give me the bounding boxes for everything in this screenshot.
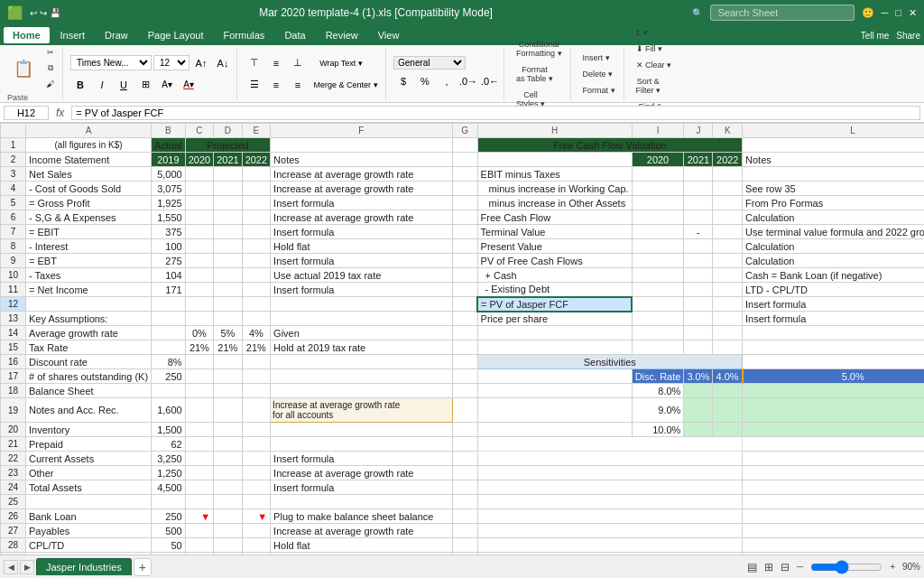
col-a-header[interactable]: A bbox=[26, 124, 152, 138]
cell-l17[interactable]: 5.0% bbox=[743, 369, 924, 384]
cell-a3[interactable]: Net Sales bbox=[26, 167, 152, 182]
cell-a6[interactable]: - S,G & A Expenses bbox=[26, 210, 152, 225]
cell-b4[interactable]: 3,075 bbox=[152, 182, 186, 196]
cell-f10[interactable]: Use actual 2019 tax rate bbox=[271, 268, 452, 283]
cell-h9[interactable]: PV of Free Cash Flows bbox=[477, 254, 632, 268]
tab-review[interactable]: Review bbox=[317, 27, 367, 43]
cell-d2[interactable]: 2021 bbox=[214, 153, 242, 167]
cell-b29[interactable]: 450 bbox=[152, 553, 186, 555]
percent-btn[interactable]: % bbox=[415, 71, 435, 91]
cell-a10[interactable]: - Taxes bbox=[26, 268, 152, 283]
cell-c14[interactable]: 0% bbox=[185, 326, 213, 340]
cell-h7[interactable]: Terminal Value bbox=[477, 225, 632, 239]
cell-b22[interactable]: 3,250 bbox=[152, 452, 186, 466]
align-top-btn[interactable]: ⊤ bbox=[245, 53, 264, 73]
cell-b26[interactable]: 250 bbox=[152, 509, 186, 524]
cell-l8[interactable]: Calculation bbox=[743, 239, 924, 254]
cell-f2[interactable]: Notes bbox=[271, 153, 452, 167]
tab-formulas[interactable]: Formulas bbox=[215, 27, 274, 43]
tell-me[interactable]: Tell me bbox=[861, 31, 890, 41]
tab-draw[interactable]: Draw bbox=[96, 27, 137, 43]
tab-view[interactable]: View bbox=[369, 27, 409, 43]
align-bottom-btn[interactable]: ⊥ bbox=[288, 53, 308, 73]
cell-c2[interactable]: 2020 bbox=[185, 153, 213, 167]
tab-home[interactable]: Home bbox=[4, 27, 50, 43]
cell-f9[interactable]: Insert formula bbox=[271, 254, 452, 268]
cell-f3[interactable]: Increase at average growth rate bbox=[271, 167, 452, 182]
cell-b19[interactable]: 1,600 bbox=[152, 398, 186, 423]
cell-d15[interactable]: 21% bbox=[214, 340, 242, 355]
sort-filter-btn[interactable]: Sort &Filter ▾ bbox=[632, 74, 666, 98]
font-size-select[interactable]: 12 bbox=[153, 55, 189, 70]
delete-btn[interactable]: Delete ▾ bbox=[578, 67, 618, 81]
col-c-header[interactable]: C bbox=[185, 124, 213, 138]
conditional-formatting-btn[interactable]: ConditionalFormatting ▾ bbox=[512, 37, 567, 61]
tab-prev-btn[interactable]: ◀ bbox=[4, 560, 18, 574]
dec-decrease-btn[interactable]: .0← bbox=[480, 71, 500, 91]
cell-j7[interactable]: - bbox=[684, 225, 713, 239]
cell-a19[interactable]: Notes and Acc. Rec. bbox=[26, 398, 152, 423]
cell-b5[interactable]: 1,925 bbox=[152, 196, 186, 210]
cell-e2[interactable]: 2022 bbox=[242, 153, 270, 167]
cell-a20[interactable]: Inventory bbox=[26, 423, 152, 437]
cell-b3[interactable]: 5,000 bbox=[152, 167, 186, 182]
cell-l9[interactable]: Calculation bbox=[743, 254, 924, 268]
cell-a23[interactable]: Other bbox=[26, 466, 152, 480]
cell-f29[interactable]: Increase at average growth rate bbox=[271, 553, 452, 555]
font-color-btn[interactable]: A▾ bbox=[179, 75, 199, 95]
cell-a22[interactable]: Current Assets bbox=[26, 452, 152, 466]
align-right-btn[interactable]: ≡ bbox=[288, 75, 308, 95]
cell-a1[interactable]: (all figures in K$) bbox=[26, 138, 152, 153]
cell-f19-note[interactable]: Increase at average growth ratefor all a… bbox=[271, 398, 452, 423]
formula-input[interactable] bbox=[71, 106, 920, 120]
cell-l12[interactable]: Insert formula bbox=[743, 297, 924, 312]
col-d-header[interactable]: D bbox=[214, 124, 242, 138]
cell-f22[interactable]: Insert formula bbox=[271, 452, 452, 466]
cell-f23[interactable]: Increase at average growth rate bbox=[271, 466, 452, 480]
col-g-header[interactable]: G bbox=[452, 124, 477, 138]
paste-btn[interactable]: 📋 bbox=[7, 56, 40, 81]
cell-h6[interactable]: Free Cash Flow bbox=[477, 210, 632, 225]
cell-f8[interactable]: Hold flat bbox=[271, 239, 452, 254]
sheet-area[interactable]: A B C D E F G H I J K L M N O P Q bbox=[0, 123, 924, 555]
font-family-select[interactable]: Times New... bbox=[70, 55, 152, 70]
cell-h11[interactable]: - Existing Debt bbox=[477, 283, 632, 297]
cell-i17[interactable]: Disc. Rate bbox=[632, 369, 684, 384]
cell-i19[interactable]: 9.0% bbox=[632, 398, 684, 423]
comma-btn[interactable]: , bbox=[437, 71, 457, 91]
cell-l7[interactable]: Use terminal value formula and 2022 grow… bbox=[743, 225, 924, 239]
number-format-select[interactable]: General bbox=[393, 56, 466, 70]
cell-l5[interactable]: From Pro Formas bbox=[743, 196, 924, 210]
zoom-in-btn[interactable]: + bbox=[890, 562, 895, 572]
cell-a21[interactable]: Prepaid bbox=[26, 437, 152, 452]
page-normal-btn[interactable]: ▤ bbox=[747, 561, 757, 573]
cell-b24[interactable]: 4,500 bbox=[152, 480, 186, 495]
cell-a14[interactable]: Average growth rate bbox=[26, 326, 152, 340]
cell-e14[interactable]: 4% bbox=[242, 326, 270, 340]
cell-f26[interactable]: Plug to make balance sheet balance bbox=[271, 509, 452, 524]
cell-f15[interactable]: Hold at 2019 tax rate bbox=[271, 340, 452, 355]
merge-center-btn[interactable]: Merge & Center ▾ bbox=[310, 75, 382, 95]
cell-f4[interactable]: Increase at average growth rate bbox=[271, 182, 452, 196]
cell-l6[interactable]: Calculation bbox=[743, 210, 924, 225]
cell-h5[interactable]: minus increase in Other Assets bbox=[477, 196, 632, 210]
fill-btn[interactable]: ⬇ Fill ▾ bbox=[632, 42, 668, 56]
format-as-table-btn[interactable]: Formatas Table ▾ bbox=[512, 62, 558, 86]
cell-a9[interactable]: = EBT bbox=[26, 254, 152, 268]
cell-j2[interactable]: 2021 bbox=[684, 153, 713, 167]
cell-i18[interactable]: 8.0% bbox=[632, 384, 684, 398]
cell-i2[interactable]: 2020 bbox=[632, 153, 684, 167]
cell-a26[interactable]: Bank Loan bbox=[26, 509, 152, 524]
cell-l13[interactable]: Insert formula bbox=[743, 312, 924, 326]
cell-c15[interactable]: 21% bbox=[185, 340, 213, 355]
cell-b9[interactable]: 275 bbox=[152, 254, 186, 268]
cell-f6[interactable]: Increase at average growth rate bbox=[271, 210, 452, 225]
cell-a4[interactable]: - Cost of Goods Sold bbox=[26, 182, 152, 196]
minimize-btn[interactable]: ─ bbox=[882, 7, 889, 18]
cell-h3[interactable]: EBIT minus Taxes bbox=[477, 167, 632, 182]
cell-a8[interactable]: - Interest bbox=[26, 239, 152, 254]
format-btn[interactable]: Format ▾ bbox=[578, 83, 620, 98]
italic-btn[interactable]: I bbox=[92, 75, 112, 95]
cell-h12[interactable]: = PV of Jasper FCF bbox=[477, 297, 632, 312]
cell-b11[interactable]: 171 bbox=[152, 283, 186, 297]
